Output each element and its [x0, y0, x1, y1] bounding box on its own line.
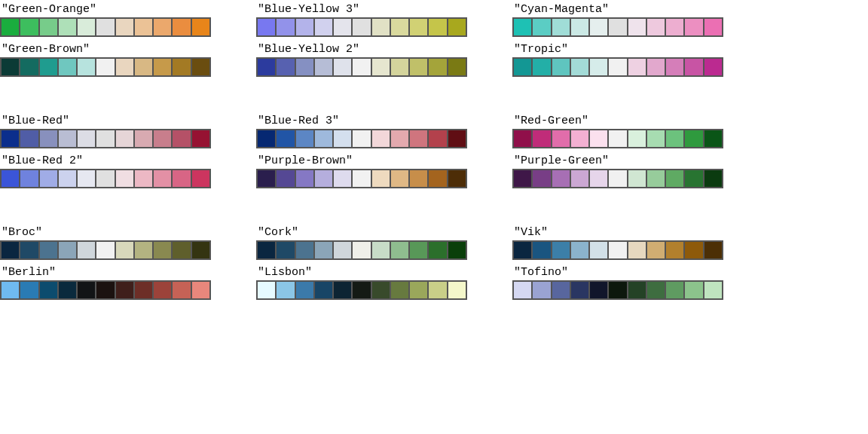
swatch [314, 18, 333, 36]
swatch-row [0, 17, 211, 37]
swatch [333, 281, 352, 299]
swatch [153, 241, 172, 259]
palette-label: "Tropic" [512, 43, 723, 56]
swatch [333, 18, 352, 36]
swatch [646, 170, 665, 188]
swatch [513, 170, 532, 188]
swatch [608, 18, 627, 36]
swatch [352, 130, 371, 148]
swatch [58, 58, 77, 76]
swatch [20, 18, 38, 36]
swatch [513, 130, 532, 148]
swatch-row [512, 57, 723, 77]
palette: "Blue-Red" [0, 115, 211, 148]
palette-label: "Blue-Yellow 2" [256, 43, 467, 56]
palette: "Lisbon" [256, 266, 467, 300]
swatch [608, 58, 627, 76]
palette-row: "Broc""Cork""Vik" [0, 226, 868, 260]
swatch [646, 18, 665, 36]
swatch [513, 241, 532, 259]
palette-label: "Tofino" [512, 266, 723, 279]
swatch-row [0, 57, 211, 77]
swatch [1, 130, 20, 148]
swatch [704, 281, 723, 299]
swatch [352, 241, 371, 259]
swatch [371, 58, 390, 76]
swatch [428, 281, 447, 299]
swatch [390, 58, 409, 76]
swatch [665, 170, 684, 188]
swatch [172, 170, 191, 188]
swatch [608, 170, 627, 188]
swatch [39, 170, 58, 188]
palette: "Blue-Red 3" [256, 115, 467, 148]
swatch [1, 58, 20, 76]
swatch [532, 170, 551, 188]
swatch [115, 241, 134, 259]
palette: "Tropic" [512, 43, 723, 77]
swatch [608, 130, 627, 148]
swatch [608, 281, 627, 299]
swatch [589, 58, 608, 76]
swatch [684, 241, 703, 259]
swatch [39, 281, 58, 299]
swatch [96, 281, 115, 299]
swatch [276, 58, 295, 76]
swatch [390, 18, 409, 36]
swatch [77, 241, 96, 259]
swatch [532, 130, 551, 148]
swatch [428, 241, 447, 259]
swatch [314, 130, 333, 148]
swatch [96, 170, 115, 188]
palette-label: "Broc" [0, 226, 211, 239]
swatch [646, 130, 665, 148]
swatch [371, 170, 390, 188]
swatch-row [256, 240, 467, 260]
swatch [390, 130, 409, 148]
palette-row: "Blue-Red""Blue-Red 3""Red-Green" [0, 115, 868, 148]
swatch-row [512, 169, 723, 188]
swatch [704, 18, 723, 36]
swatch [58, 281, 77, 299]
swatch [20, 241, 38, 259]
swatch [314, 241, 333, 259]
swatch [276, 18, 295, 36]
swatch [191, 58, 210, 76]
swatch [646, 281, 665, 299]
swatch [704, 170, 723, 188]
swatch-row [512, 280, 723, 300]
swatch [552, 18, 570, 36]
palette-label: "Red-Green" [512, 115, 723, 127]
swatch [134, 130, 153, 148]
swatch [333, 170, 352, 188]
swatch [570, 170, 589, 188]
swatch-row [256, 57, 467, 77]
swatch [333, 58, 352, 76]
palette: "Purple-Green" [512, 154, 723, 188]
swatch [257, 241, 276, 259]
palette-row: "Berlin""Lisbon""Tofino" [0, 266, 868, 300]
swatch [409, 170, 428, 188]
swatch [1, 170, 20, 188]
swatch [295, 241, 314, 259]
swatch [191, 281, 210, 299]
swatch [352, 58, 371, 76]
swatch [153, 170, 172, 188]
swatch [608, 241, 627, 259]
swatch [276, 170, 295, 188]
swatch [532, 58, 551, 76]
swatch [314, 58, 333, 76]
swatch [96, 58, 115, 76]
swatch [58, 170, 77, 188]
swatch [134, 18, 153, 36]
swatch [333, 130, 352, 148]
swatch [257, 58, 276, 76]
swatch [684, 58, 703, 76]
swatch [191, 130, 210, 148]
palette: "Broc" [0, 226, 211, 260]
swatch-row [256, 169, 467, 188]
swatch [115, 58, 134, 76]
swatch [628, 58, 646, 76]
swatch [77, 130, 96, 148]
swatch [646, 58, 665, 76]
